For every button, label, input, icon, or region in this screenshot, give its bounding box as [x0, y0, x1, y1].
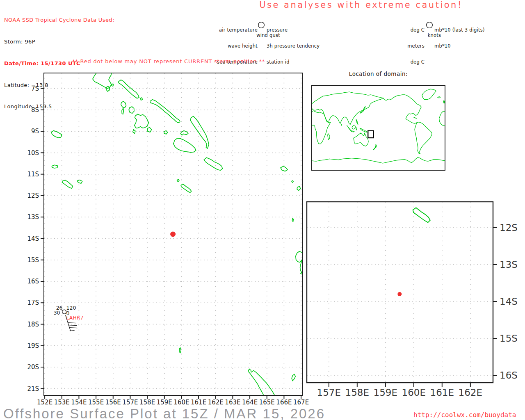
x-tick-label: 157E [122, 399, 138, 406]
y-tick-label: 18S [27, 321, 39, 328]
legend-unit-mb: mb*10 [434, 43, 485, 49]
station-circle-icon [62, 310, 66, 314]
x-tick-label: 161E [191, 399, 206, 406]
main-map: 26120300LAHR7152E153E154E155E156E157E158… [44, 73, 302, 395]
coastline [150, 100, 180, 123]
station-circle-icon [426, 21, 433, 29]
station-wave-height: 30 [54, 310, 60, 316]
y-tick-label: 19S [27, 342, 39, 349]
station-plot-LAHR7: 26120300LAHR7 [54, 305, 84, 331]
domain-box [368, 131, 374, 138]
y-tick-label: 13S [27, 213, 39, 221]
y-tick-label: 17S [27, 299, 39, 306]
wind-barb [68, 323, 76, 323]
x-tick-label: 153E [54, 399, 70, 406]
coastline [328, 133, 330, 139]
coastline [341, 125, 342, 126]
coastline [292, 180, 293, 183]
units-legend-right-column: mb*10 (last 3 digits) mb*10 [434, 17, 485, 70]
wind-barb [68, 325, 77, 326]
wind-barb [69, 328, 78, 328]
coastline [360, 107, 365, 113]
legend-unit-mb-last3: mb*10 (last 3 digits) [434, 27, 485, 33]
coastline [356, 119, 358, 125]
x-tick-label: 154E [71, 399, 87, 406]
caution-banner: Use analyses with extreme caution! [254, 0, 468, 10]
x-tick-label: 160E [173, 399, 189, 406]
offshore-surface-plot-page: NOAA SSD Tropical Cyclone Data Used: Sto… [0, 0, 525, 420]
coastline [443, 100, 445, 103]
y-tick-label: 14S [500, 296, 518, 307]
zoom-storm-dot [397, 292, 402, 296]
source-url[interactable]: http://coolwx.com/buoydata [413, 411, 516, 419]
coastline [112, 84, 114, 86]
coastline [179, 348, 181, 353]
coastline [373, 144, 377, 150]
x-tick-label: 162E [208, 399, 224, 406]
coastline [121, 101, 126, 108]
x-tick-label: 164E [242, 399, 258, 406]
station-circle-icon [258, 21, 265, 29]
x-tick-label: 152E [37, 399, 52, 406]
coastline [62, 180, 73, 188]
coastline [415, 122, 432, 154]
storm-position-warning: ** Red dot below may NOT represent CURRE… [72, 58, 265, 64]
y-tick-label: 9S [31, 128, 39, 135]
coastline [173, 138, 196, 153]
coastline [133, 130, 135, 133]
legend-knots: knots [415, 33, 454, 38]
coastline [122, 109, 123, 114]
legend-station-id: station id [267, 59, 320, 65]
map-frame [312, 85, 445, 170]
coastline [438, 97, 441, 98]
legend-wind-gust: wind gust [248, 33, 289, 38]
coastline [119, 80, 139, 98]
legend-air-temperature: air temperature [217, 27, 258, 33]
data-source-line: NOAA SSD Tropical Cyclone Data Used: [4, 16, 114, 24]
legend-unit-meters: meters [407, 43, 425, 49]
world-inset-map [312, 85, 445, 170]
coastline [140, 98, 142, 100]
coastline [347, 126, 351, 131]
x-tick-label: 157E [317, 387, 341, 398]
coastline [52, 165, 58, 168]
y-tick-label: 21S [27, 385, 39, 393]
coastline [77, 180, 82, 183]
x-tick-label: 160E [402, 387, 426, 398]
x-tick-label: 155E [88, 399, 104, 406]
coastline [106, 86, 110, 91]
y-tick-label: 15S [500, 333, 518, 344]
coastline [204, 158, 222, 170]
storm-id-line: Storm: 96P [4, 38, 114, 46]
coastline [351, 130, 354, 132]
zoom-inset-map: 157E158E159E160E161E162E12S13S14S15S16S [307, 202, 493, 383]
coastline [439, 111, 445, 126]
y-tick-label: 8S [31, 106, 39, 114]
coastline [414, 117, 417, 118]
x-tick-label: 158E [345, 387, 369, 398]
coastline [360, 128, 367, 132]
y-tick-label: 15S [27, 256, 39, 264]
y-tick-label: 16S [500, 370, 518, 381]
coastline [312, 158, 445, 163]
legend-unit-degc-air: deg C [407, 27, 425, 33]
y-tick-label: 12S [500, 222, 518, 233]
x-tick-label: 162E [459, 387, 482, 398]
coastline [93, 73, 112, 89]
x-tick-label: 158E [139, 399, 155, 406]
coastline [51, 131, 62, 138]
coastline [292, 218, 293, 221]
plot-legend-right-column: pressure 3h pressure tendency station id [267, 17, 320, 75]
legend-unit-degc-sea: deg C [407, 59, 425, 65]
y-tick-label: 12S [27, 192, 39, 199]
x-tick-label: 159E [157, 399, 172, 406]
coastline [356, 127, 357, 130]
coastline [413, 208, 430, 222]
coastline [177, 179, 179, 182]
main-storm-dot [170, 232, 176, 237]
legend-wave-height: wave height [217, 43, 258, 49]
y-tick-label: 11S [27, 171, 39, 178]
coastline [296, 251, 302, 274]
x-tick-label: 161E [430, 387, 454, 398]
plot-legend-left-column: air temperature wave height sea temperat… [217, 17, 258, 75]
